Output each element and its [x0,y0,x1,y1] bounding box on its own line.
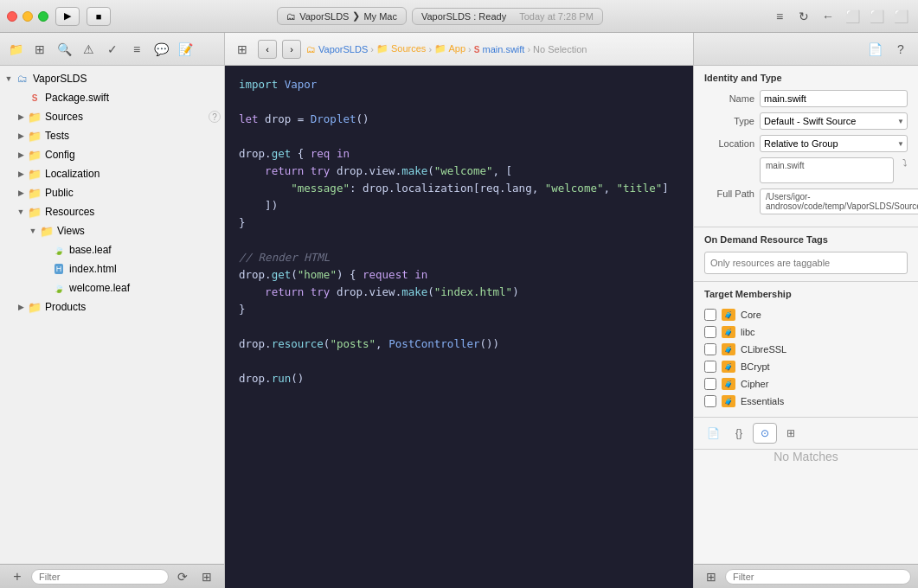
code-grid-icon[interactable]: ⊞ [232,40,253,59]
leaf-file-icon: 🍃 [52,282,66,294]
toolbar-panel-right-icon[interactable]: ⬜ [890,7,911,26]
breadcrumb-file[interactable]: S main.swift [474,44,525,54]
target-icon-essentials: 🧳 [722,395,735,407]
swift-file-icon: S [28,92,42,104]
tab-code[interactable]: {} [727,423,751,444]
toolbar-panel-left-icon[interactable]: ⬜ [842,7,863,26]
membership-check-core[interactable] [704,309,716,321]
tree-arrow: ▼ [28,226,38,236]
sidebar-bubble-icon[interactable]: 💬 [151,40,171,59]
target-icon-clibssl: 🧳 [722,343,735,355]
sidebar-check-icon[interactable]: ✓ [102,40,123,59]
breadcrumb-project-name[interactable]: VaporSLDS [318,44,368,54]
tree-item-package[interactable]: ▶ S Package.swift [0,88,224,107]
tree-label: base.leaf [69,244,112,256]
tree-label: Tests [45,130,69,142]
tree-item-products[interactable]: ▶ 📁 Products [0,297,224,316]
minimize-button[interactable] [22,11,33,22]
breadcrumb-app[interactable]: 📁 App [434,43,465,54]
code-line: } [239,214,679,232]
close-button[interactable] [7,11,17,22]
membership-label-cipher: Cipher [741,379,768,389]
code-line: // Render HTML [239,249,679,266]
tree-item-public[interactable]: ▶ 📁 Public [0,183,224,202]
target-membership-title: Target Membership [704,289,908,299]
help-inspector-icon[interactable]: ? [890,40,911,59]
name-input[interactable] [760,90,908,107]
code-line: drop.get { req in [239,145,679,163]
code-line: drop.get("home") { request in [239,266,679,284]
no-matches-area: No Matches [694,450,918,463]
toolbar-lines-icon[interactable]: ≡ [769,7,790,26]
location-label: Location [704,138,754,149]
membership-check-libc[interactable] [704,326,716,338]
tree-item-sources[interactable]: ▶ 📁 Sources ? [0,107,224,126]
tree-arrow: ▶ [16,131,26,141]
tab-grid[interactable]: ⊞ [779,423,803,444]
file-inspector-icon[interactable]: 📄 [864,40,885,59]
breadcrumb-project[interactable]: 🗂 [306,44,316,54]
sidebar-warn-icon[interactable]: ⚠ [78,40,99,59]
membership-label-core: Core [741,310,761,320]
tree-arrow: ▶ [16,169,26,179]
code-content[interactable]: import Vapor let drop = Droplet() drop.g… [225,66,693,588]
sidebar-note-icon[interactable]: 📝 [175,40,196,59]
run-button[interactable]: ▶ [55,7,80,26]
membership-check-essentials[interactable] [704,395,716,407]
code-line [239,318,679,336]
add-file-button[interactable]: + [7,567,28,586]
full-path-box: /Users/igor-androsov/code/temp/VaporSLDS… [760,189,918,214]
sidebar-folder-icon[interactable]: 📁 [5,40,26,59]
filter-options-icon[interactable]: ⊞ [196,567,217,586]
tree-label: Resources [45,206,94,218]
nav-forward-button[interactable]: › [282,40,301,59]
tree-item-index-html[interactable]: ▶ H index.html [0,259,224,278]
sidebar-filter-input[interactable] [31,569,169,585]
project-breadcrumb[interactable]: 🗂 VaporSLDS ❯ My Mac [277,7,407,25]
membership-item-core: 🧳 Core [704,306,908,323]
type-select[interactable]: Default - Swift Source [760,112,908,130]
tree-item-welcome-leaf[interactable]: ▶ 🍃 welcome.leaf [0,278,224,297]
main-layout: 📁 ⊞ 🔍 ⚠ ✓ ≡ 💬 📝 ▼ 🗂 VaporSLDS ▶ S Packag… [0,33,918,588]
tree-item-resources[interactable]: ▼ 📁 Resources [0,202,224,221]
sidebar: 📁 ⊞ 🔍 ⚠ ✓ ≡ 💬 📝 ▼ 🗂 VaporSLDS ▶ S Packag… [0,33,225,588]
tab-file[interactable]: 📄 [701,423,725,444]
sidebar-tree: ▼ 🗂 VaporSLDS ▶ S Package.swift ▶ 📁 Sour… [0,66,224,564]
tree-item-base-leaf[interactable]: ▶ 🍃 base.leaf [0,240,224,259]
tree-item-config[interactable]: ▶ 📁 Config [0,145,224,164]
membership-check-clibssl[interactable] [704,343,716,355]
nav-back-button[interactable]: ‹ [258,40,277,59]
target-icon-libc: 🧳 [722,326,735,338]
tree-item-vaporSLDS[interactable]: ▼ 🗂 VaporSLDS [0,69,224,88]
filter-history-icon[interactable]: ⟳ [172,567,193,586]
membership-check-cipher[interactable] [704,378,716,390]
toolbar-refresh-icon[interactable]: ↻ [793,7,814,26]
breadcrumb-sources[interactable]: 📁 Sources [376,43,426,54]
no-matches-text: No Matches [774,450,838,463]
sidebar-lines-icon[interactable]: ≡ [126,40,147,59]
sidebar-search-icon[interactable]: 🔍 [54,40,74,59]
membership-label-bcrypt: BCrypt [741,361,770,372]
stop-button[interactable]: ■ [87,7,111,26]
tree-item-views[interactable]: ▼ 📁 Views [0,221,224,240]
code-line [239,232,679,249]
tree-item-localization[interactable]: ▶ 📁 Localization [0,164,224,183]
path-icon[interactable]: ⤵ [902,157,908,168]
tree-item-tests[interactable]: ▶ 📁 Tests [0,126,224,145]
grid-view-icon[interactable]: ⊞ [701,567,722,586]
tree-label: welcome.leaf [69,282,130,294]
tags-input[interactable] [704,252,908,274]
right-filter-input[interactable] [725,569,911,585]
maximize-button[interactable] [38,11,48,22]
sidebar-footer: + ⟳ ⊞ [0,564,224,588]
membership-item-libc: 🧳 libc [704,323,908,341]
target-membership-section: Target Membership 🧳 Core 🧳 libc 🧳 CLibre… [694,282,918,418]
toolbar-back-icon[interactable]: ← [818,7,838,26]
identity-title: Identity and Type [704,73,908,83]
tab-target[interactable]: ⊙ [753,423,777,444]
membership-check-bcrypt[interactable] [704,361,716,373]
sidebar-grid-icon[interactable]: ⊞ [29,40,50,59]
help-badge[interactable]: ? [209,111,221,123]
location-select[interactable]: Relative to Group [760,135,908,152]
toolbar-panel-center-icon[interactable]: ⬜ [866,7,887,26]
